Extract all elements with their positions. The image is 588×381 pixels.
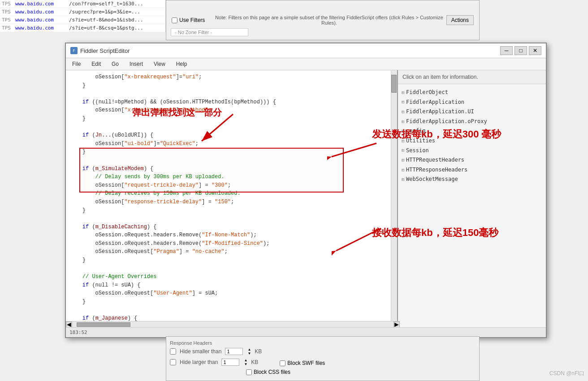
code-line: } [69, 256, 393, 265]
hide-larger-input[interactable] [221, 359, 239, 366]
code-line: oSession.oRequest.headers.Remove("If-Non… [69, 231, 393, 240]
use-filters-label[interactable]: Use Filters [172, 17, 205, 23]
code-line [69, 306, 393, 315]
block-css-checkbox[interactable] [246, 369, 252, 375]
list-item[interactable]: TPS www.baidu.com /s?ie=utf-8&csq=1&pstg… [0, 24, 165, 32]
list-item[interactable]: TPS www.baidu.com /sugrec?pre=1&p=3&ie=.… [0, 8, 165, 16]
actions-button[interactable]: Actions [446, 15, 474, 25]
list-item[interactable]: TPS www.baidu.com /con?from=self?_t=1630… [0, 0, 165, 8]
expand-icon: ⊞ [402, 118, 404, 126]
code-line: // Delay sends by 300ms per KB uploaded. [69, 173, 393, 181]
status-bar: 183:52 [66, 327, 546, 337]
cursor-position: 183:52 [69, 330, 87, 335]
dialog-title: Fiddler ScriptEditor [80, 47, 130, 54]
hide-larger-checkbox[interactable] [170, 359, 176, 365]
watermark: CSDN @nFl口 [549, 370, 584, 377]
menu-help[interactable]: Help [174, 60, 189, 68]
use-filters-checkbox[interactable] [172, 17, 177, 23]
block-swf-checkbox[interactable] [280, 360, 285, 366]
receive-delay-annotation: 接收数据每kb，延迟150毫秒 [372, 226, 498, 240]
block-css-label[interactable]: Block CSS files [246, 369, 290, 375]
expand-icon: ⊞ [402, 176, 404, 184]
menu-file[interactable]: File [70, 60, 82, 68]
send-delay-annotation: 发送数据每kb，延迟300 毫秒 [372, 128, 502, 141]
maximize-button[interactable]: □ [514, 46, 527, 55]
expand-icon: ⊞ [402, 156, 404, 164]
hide-smaller-row: Hide smaller than ▲ ▼ KB [170, 347, 476, 355]
code-line [69, 123, 393, 132]
code-line: if (Jn...(uBoldURI)) { [69, 131, 393, 140]
code-line: } [69, 206, 393, 215]
code-line: oSession["ui-bold"]="QuickExec"; [69, 140, 393, 148]
code-line: } [69, 298, 393, 306]
hide-smaller-kb: KB [255, 348, 262, 355]
hide-smaller-label: Hide smaller than [180, 348, 221, 355]
code-line: oSession.oRequest["User-Agent"] = sUA; [69, 289, 393, 298]
app-icon: F [70, 47, 78, 54]
code-line: // User-Agent Overrides [69, 273, 393, 281]
horizontal-scrollbar[interactable]: ◄ ► [66, 321, 400, 327]
hide-larger-kb: KB [251, 359, 258, 365]
hide-larger-row: Hide larger than ▲ ▼ KB Block SWF files [170, 358, 476, 366]
tree-item-websocket-message[interactable]: ⊞ WebSocketMessage [402, 175, 542, 184]
code-line: oSession["x-breakrequest"]="method"; [69, 106, 393, 115]
script-editor-dialog: F Fiddler ScriptEditor ─ □ ✕ File Edit G… [65, 43, 547, 338]
menu-bar: File Edit Go Insert View Help [66, 58, 546, 70]
code-line [69, 156, 393, 165]
expand-icon: ⊞ [402, 108, 404, 116]
code-line-highlight: oSession["request-trickle-delay"] = "300… [69, 181, 393, 190]
tree-item-http-request-headers[interactable]: ⊞ HTTPRequestHeaders [402, 155, 542, 165]
expand-icon: ⊞ [402, 166, 404, 174]
code-line [69, 214, 393, 223]
scroll-left-button[interactable]: ◄ [66, 321, 72, 328]
code-line-highlight: if (m_SimulateModem) { [69, 165, 393, 173]
menu-go[interactable]: Go [110, 60, 121, 68]
code-line: oSession["x-breakrequest"]="uri"; [69, 73, 393, 81]
h-scroll-thumb[interactable] [77, 322, 130, 327]
info-hint: Click on an item for information. [398, 70, 546, 84]
code-line: if (m_DisableCaching) { [69, 223, 393, 231]
close-button[interactable]: ✕ [529, 46, 541, 55]
code-panel[interactable]: oSession["x-breakrequest"]="uri"; } if (… [66, 70, 398, 337]
scroll-right-button[interactable]: ► [393, 321, 400, 328]
code-line: } [69, 148, 393, 156]
title-bar: F Fiddler ScriptEditor ─ □ ✕ [66, 43, 546, 58]
response-headers-title: Response Headers [170, 340, 476, 346]
tree-item-fiddler-application[interactable]: ⊞ FiddlerApplication [402, 98, 542, 107]
hide-smaller-input[interactable] [225, 348, 243, 355]
list-item[interactable]: TPS www.baidu.com /s?ie=utf-8&mod=1&isbd… [0, 16, 165, 24]
menu-insert[interactable]: Insert [128, 60, 145, 68]
filter-note: Note: Filters on this page are a simple … [212, 15, 446, 26]
code-line [69, 90, 393, 98]
code-line: oSession.oRequest["Pragma"] = "no-cache"… [69, 248, 393, 256]
expand-icon: ⊞ [402, 146, 404, 154]
bottom-filter-area: Response Headers Hide smaller than ▲ ▼ K… [166, 336, 480, 381]
vertical-scrollbar[interactable] [391, 70, 397, 337]
block-swf-label[interactable]: Block SWF files [280, 360, 325, 366]
hide-smaller-checkbox[interactable] [170, 348, 176, 355]
info-panel: Click on an item for information. ⊞ Fidd… [398, 70, 546, 337]
code-editor[interactable]: oSession["x-breakrequest"]="uri"; } if (… [66, 70, 397, 337]
tree-item-http-response-headers[interactable]: ⊞ HTTPResponseHeaders [402, 165, 542, 175]
hosts-section: - No Zone Filter - [171, 28, 248, 36]
minimize-button[interactable]: ─ [500, 46, 513, 55]
code-line: if ((null!=bpMethod) && (oSession.HTTPMe… [69, 98, 393, 107]
code-line [69, 265, 393, 273]
hide-larger-label: Hide larger than [180, 359, 218, 365]
expand-icon: ⊞ [402, 89, 404, 97]
code-line: // Delay receives by 150ms per KB downlo… [69, 189, 393, 198]
tree-item-session[interactable]: ⊞ Session [402, 146, 542, 156]
code-line: } [69, 81, 393, 90]
menu-edit[interactable]: Edit [90, 60, 103, 68]
expand-icon: ⊞ [402, 98, 404, 106]
menu-view[interactable]: View [152, 60, 167, 68]
tree-item-fiddler-application-ui[interactable]: ⊞ FiddlerApplication.UI [402, 107, 542, 117]
popup-annotation: 弹出弹框找到这一部分 [132, 107, 222, 119]
filter-bar: Use Filters Note: Filters on this page a… [166, 0, 480, 40]
tree-item-fiddler-object[interactable]: ⊞ FiddlerObject [402, 88, 542, 98]
scroll-thumb[interactable] [391, 75, 397, 93]
tree-item-fiddler-application-oproxy[interactable]: ⊞ FiddlerApplication.oProxy [402, 117, 542, 127]
tps-list: TPS www.baidu.com /con?from=self?_t=1630… [0, 0, 166, 32]
code-line: } [69, 115, 393, 123]
code-line: if (null != sUA) { [69, 281, 393, 290]
